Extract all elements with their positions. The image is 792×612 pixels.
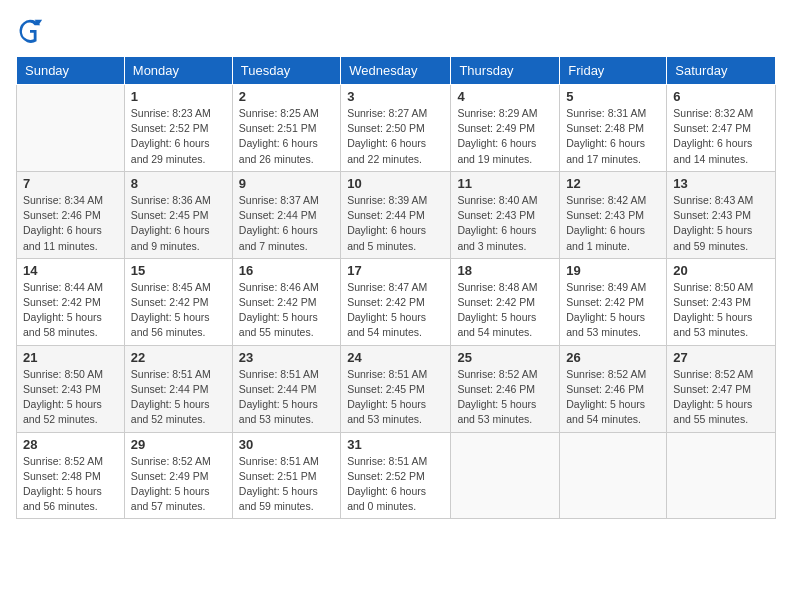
weekday-header-cell: Wednesday	[341, 57, 451, 85]
day-number: 7	[23, 176, 118, 191]
calendar-day-cell: 18Sunrise: 8:48 AMSunset: 2:42 PMDayligh…	[451, 258, 560, 345]
weekday-header-row: SundayMondayTuesdayWednesdayThursdayFrid…	[17, 57, 776, 85]
day-info: Sunrise: 8:29 AMSunset: 2:49 PMDaylight:…	[457, 106, 553, 167]
day-number: 23	[239, 350, 334, 365]
day-number: 11	[457, 176, 553, 191]
calendar-day-cell: 2Sunrise: 8:25 AMSunset: 2:51 PMDaylight…	[232, 85, 340, 172]
calendar-day-cell: 25Sunrise: 8:52 AMSunset: 2:46 PMDayligh…	[451, 345, 560, 432]
calendar-day-cell: 27Sunrise: 8:52 AMSunset: 2:47 PMDayligh…	[667, 345, 776, 432]
calendar-day-cell: 12Sunrise: 8:42 AMSunset: 2:43 PMDayligh…	[560, 171, 667, 258]
day-info: Sunrise: 8:49 AMSunset: 2:42 PMDaylight:…	[566, 280, 660, 341]
day-info: Sunrise: 8:42 AMSunset: 2:43 PMDaylight:…	[566, 193, 660, 254]
calendar-day-cell	[667, 432, 776, 519]
calendar-week-row: 28Sunrise: 8:52 AMSunset: 2:48 PMDayligh…	[17, 432, 776, 519]
logo-icon	[16, 16, 44, 44]
day-number: 17	[347, 263, 444, 278]
calendar-day-cell	[451, 432, 560, 519]
weekday-header-cell: Sunday	[17, 57, 125, 85]
calendar-day-cell	[17, 85, 125, 172]
day-number: 10	[347, 176, 444, 191]
calendar-day-cell: 4Sunrise: 8:29 AMSunset: 2:49 PMDaylight…	[451, 85, 560, 172]
day-info: Sunrise: 8:50 AMSunset: 2:43 PMDaylight:…	[23, 367, 118, 428]
calendar-day-cell: 17Sunrise: 8:47 AMSunset: 2:42 PMDayligh…	[341, 258, 451, 345]
day-info: Sunrise: 8:52 AMSunset: 2:47 PMDaylight:…	[673, 367, 769, 428]
calendar-day-cell: 23Sunrise: 8:51 AMSunset: 2:44 PMDayligh…	[232, 345, 340, 432]
calendar-day-cell: 6Sunrise: 8:32 AMSunset: 2:47 PMDaylight…	[667, 85, 776, 172]
calendar-day-cell: 7Sunrise: 8:34 AMSunset: 2:46 PMDaylight…	[17, 171, 125, 258]
day-info: Sunrise: 8:46 AMSunset: 2:42 PMDaylight:…	[239, 280, 334, 341]
day-number: 13	[673, 176, 769, 191]
weekday-header-cell: Tuesday	[232, 57, 340, 85]
day-number: 25	[457, 350, 553, 365]
day-info: Sunrise: 8:31 AMSunset: 2:48 PMDaylight:…	[566, 106, 660, 167]
day-number: 18	[457, 263, 553, 278]
calendar-week-row: 21Sunrise: 8:50 AMSunset: 2:43 PMDayligh…	[17, 345, 776, 432]
day-info: Sunrise: 8:51 AMSunset: 2:44 PMDaylight:…	[131, 367, 226, 428]
day-number: 8	[131, 176, 226, 191]
calendar-day-cell: 11Sunrise: 8:40 AMSunset: 2:43 PMDayligh…	[451, 171, 560, 258]
day-info: Sunrise: 8:44 AMSunset: 2:42 PMDaylight:…	[23, 280, 118, 341]
calendar-day-cell: 15Sunrise: 8:45 AMSunset: 2:42 PMDayligh…	[124, 258, 232, 345]
day-info: Sunrise: 8:23 AMSunset: 2:52 PMDaylight:…	[131, 106, 226, 167]
weekday-header-cell: Monday	[124, 57, 232, 85]
calendar-day-cell: 10Sunrise: 8:39 AMSunset: 2:44 PMDayligh…	[341, 171, 451, 258]
weekday-header-cell: Thursday	[451, 57, 560, 85]
day-info: Sunrise: 8:39 AMSunset: 2:44 PMDaylight:…	[347, 193, 444, 254]
page-header	[16, 16, 776, 44]
calendar-day-cell: 3Sunrise: 8:27 AMSunset: 2:50 PMDaylight…	[341, 85, 451, 172]
day-number: 16	[239, 263, 334, 278]
day-info: Sunrise: 8:36 AMSunset: 2:45 PMDaylight:…	[131, 193, 226, 254]
day-info: Sunrise: 8:37 AMSunset: 2:44 PMDaylight:…	[239, 193, 334, 254]
calendar-day-cell: 16Sunrise: 8:46 AMSunset: 2:42 PMDayligh…	[232, 258, 340, 345]
calendar-day-cell: 20Sunrise: 8:50 AMSunset: 2:43 PMDayligh…	[667, 258, 776, 345]
day-number: 31	[347, 437, 444, 452]
day-number: 21	[23, 350, 118, 365]
day-info: Sunrise: 8:52 AMSunset: 2:49 PMDaylight:…	[131, 454, 226, 515]
day-number: 29	[131, 437, 226, 452]
day-info: Sunrise: 8:48 AMSunset: 2:42 PMDaylight:…	[457, 280, 553, 341]
calendar-table: SundayMondayTuesdayWednesdayThursdayFrid…	[16, 56, 776, 519]
calendar-day-cell: 9Sunrise: 8:37 AMSunset: 2:44 PMDaylight…	[232, 171, 340, 258]
logo	[16, 16, 48, 44]
weekday-header-cell: Saturday	[667, 57, 776, 85]
calendar-day-cell: 1Sunrise: 8:23 AMSunset: 2:52 PMDaylight…	[124, 85, 232, 172]
day-info: Sunrise: 8:43 AMSunset: 2:43 PMDaylight:…	[673, 193, 769, 254]
day-number: 24	[347, 350, 444, 365]
calendar-week-row: 1Sunrise: 8:23 AMSunset: 2:52 PMDaylight…	[17, 85, 776, 172]
calendar-day-cell: 21Sunrise: 8:50 AMSunset: 2:43 PMDayligh…	[17, 345, 125, 432]
calendar-day-cell: 24Sunrise: 8:51 AMSunset: 2:45 PMDayligh…	[341, 345, 451, 432]
day-info: Sunrise: 8:51 AMSunset: 2:52 PMDaylight:…	[347, 454, 444, 515]
day-number: 26	[566, 350, 660, 365]
calendar-day-cell: 19Sunrise: 8:49 AMSunset: 2:42 PMDayligh…	[560, 258, 667, 345]
calendar-day-cell: 30Sunrise: 8:51 AMSunset: 2:51 PMDayligh…	[232, 432, 340, 519]
calendar-week-row: 7Sunrise: 8:34 AMSunset: 2:46 PMDaylight…	[17, 171, 776, 258]
day-number: 2	[239, 89, 334, 104]
day-info: Sunrise: 8:51 AMSunset: 2:51 PMDaylight:…	[239, 454, 334, 515]
day-info: Sunrise: 8:51 AMSunset: 2:44 PMDaylight:…	[239, 367, 334, 428]
day-number: 12	[566, 176, 660, 191]
day-info: Sunrise: 8:40 AMSunset: 2:43 PMDaylight:…	[457, 193, 553, 254]
day-number: 5	[566, 89, 660, 104]
day-info: Sunrise: 8:45 AMSunset: 2:42 PMDaylight:…	[131, 280, 226, 341]
day-number: 3	[347, 89, 444, 104]
calendar-day-cell: 8Sunrise: 8:36 AMSunset: 2:45 PMDaylight…	[124, 171, 232, 258]
calendar-day-cell: 22Sunrise: 8:51 AMSunset: 2:44 PMDayligh…	[124, 345, 232, 432]
calendar-day-cell: 26Sunrise: 8:52 AMSunset: 2:46 PMDayligh…	[560, 345, 667, 432]
calendar-day-cell: 5Sunrise: 8:31 AMSunset: 2:48 PMDaylight…	[560, 85, 667, 172]
day-info: Sunrise: 8:27 AMSunset: 2:50 PMDaylight:…	[347, 106, 444, 167]
calendar-day-cell: 14Sunrise: 8:44 AMSunset: 2:42 PMDayligh…	[17, 258, 125, 345]
calendar-week-row: 14Sunrise: 8:44 AMSunset: 2:42 PMDayligh…	[17, 258, 776, 345]
day-number: 30	[239, 437, 334, 452]
day-number: 22	[131, 350, 226, 365]
day-number: 15	[131, 263, 226, 278]
day-info: Sunrise: 8:32 AMSunset: 2:47 PMDaylight:…	[673, 106, 769, 167]
day-info: Sunrise: 8:47 AMSunset: 2:42 PMDaylight:…	[347, 280, 444, 341]
day-number: 14	[23, 263, 118, 278]
day-number: 20	[673, 263, 769, 278]
day-number: 28	[23, 437, 118, 452]
calendar-day-cell: 31Sunrise: 8:51 AMSunset: 2:52 PMDayligh…	[341, 432, 451, 519]
day-info: Sunrise: 8:25 AMSunset: 2:51 PMDaylight:…	[239, 106, 334, 167]
day-info: Sunrise: 8:50 AMSunset: 2:43 PMDaylight:…	[673, 280, 769, 341]
day-info: Sunrise: 8:52 AMSunset: 2:46 PMDaylight:…	[457, 367, 553, 428]
day-info: Sunrise: 8:52 AMSunset: 2:48 PMDaylight:…	[23, 454, 118, 515]
